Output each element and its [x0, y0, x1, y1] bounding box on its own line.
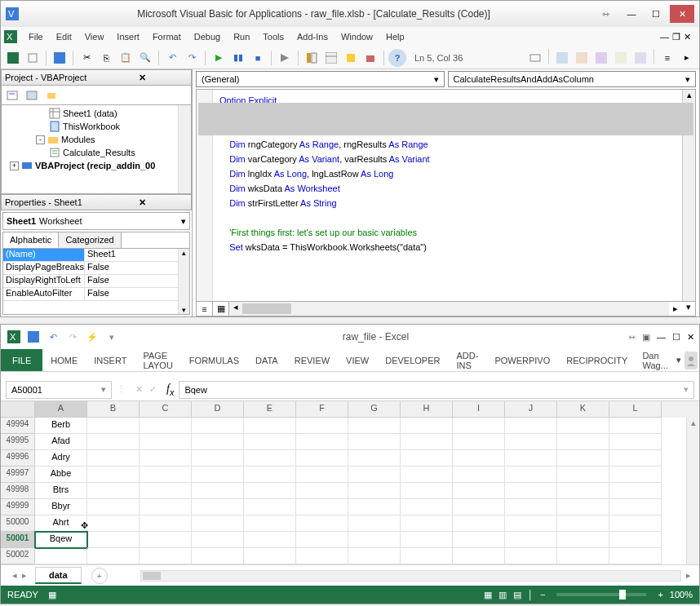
help-button[interactable]: ?	[388, 49, 406, 67]
menu-help[interactable]: Help	[379, 29, 411, 44]
child-restore-button[interactable]: ❐	[672, 32, 680, 42]
maximize-button[interactable]: ☐	[644, 5, 668, 23]
column-header[interactable]: I	[453, 401, 505, 418]
normal-view-button[interactable]: ▦	[484, 590, 492, 600]
right-toolbar-8[interactable]: ▸	[678, 49, 696, 67]
property-value[interactable]: False	[85, 275, 189, 288]
procedure-combo[interactable]: CalculateResultsAndAddAsColumn ▾	[448, 71, 697, 87]
cell[interactable]	[348, 515, 401, 532]
cell[interactable]	[87, 499, 140, 515]
right-toolbar-7[interactable]: ≡	[658, 49, 676, 67]
close-button[interactable]: ✕	[670, 5, 694, 23]
tree-item[interactable]: ThisWorkbook	[3, 120, 189, 133]
menu-tools[interactable]: Tools	[256, 29, 290, 44]
property-value[interactable]: False	[85, 288, 189, 301]
tree-item[interactable]: +VBAProject (recip_addin_00	[3, 159, 189, 172]
cell[interactable]	[401, 467, 453, 483]
insert-module-button[interactable]	[24, 49, 42, 67]
hscroll-right-arrow[interactable]: ▸	[669, 302, 682, 316]
cell[interactable]	[140, 450, 192, 467]
expand-formula-icon[interactable]: ▾	[684, 384, 689, 395]
menu-format[interactable]: Format	[146, 29, 188, 44]
spreadsheet-grid[interactable]: ✥ 49994Berb49995Afad49996Adry49997Abbe49…	[1, 418, 686, 564]
menu-edit[interactable]: Edit	[50, 29, 78, 44]
cell[interactable]	[140, 515, 192, 532]
user-account[interactable]: Dan Wag... ▾	[636, 349, 700, 371]
toolbox-button[interactable]	[361, 49, 379, 67]
cell[interactable]: Bbyr	[35, 499, 87, 515]
user-dropdown-icon[interactable]: ▾	[676, 355, 681, 365]
minimize-button[interactable]: —	[619, 5, 644, 23]
properties-object-combo[interactable]: Sheet1 Worksheet ▾	[2, 212, 190, 230]
cell[interactable]	[244, 515, 296, 532]
procedure-view-button[interactable]: ≡	[197, 302, 213, 316]
cell[interactable]	[87, 450, 140, 467]
cell[interactable]	[401, 418, 453, 434]
row-header[interactable]: 49999	[1, 499, 35, 515]
cell[interactable]	[140, 434, 192, 450]
child-minimize-button[interactable]: —	[660, 32, 669, 42]
dropdown-icon[interactable]: ▾	[434, 74, 439, 85]
ribbon-tab-powerpivot[interactable]: POWERPIVO	[486, 349, 558, 371]
ribbon-display-button[interactable]: ▣	[642, 332, 650, 343]
cell[interactable]	[244, 467, 296, 483]
cell[interactable]	[609, 483, 662, 499]
cell[interactable]	[35, 548, 87, 564]
cell[interactable]	[557, 418, 609, 434]
cell[interactable]	[348, 434, 401, 450]
cell[interactable]	[505, 467, 557, 483]
cell[interactable]	[348, 467, 401, 483]
property-row[interactable]: DisplayRightToLeftFalse	[3, 275, 189, 288]
properties-close-button[interactable]: ✕	[96, 197, 188, 208]
cell[interactable]: Adry	[35, 450, 87, 467]
row-header[interactable]: 49996	[1, 450, 35, 467]
cell[interactable]	[401, 450, 453, 467]
cell[interactable]	[192, 450, 244, 467]
cell[interactable]	[348, 499, 401, 515]
cell[interactable]	[505, 450, 557, 467]
cell[interactable]: Btrs	[35, 483, 87, 499]
qat-custom-button[interactable]: ⚡	[84, 329, 100, 345]
page-layout-view-button[interactable]: ▥	[498, 590, 507, 600]
toggle-folders-button[interactable]	[42, 86, 60, 104]
cell[interactable]: Bqew	[35, 532, 87, 548]
cell[interactable]	[296, 467, 348, 483]
code-editor[interactable]: Option ExplicitPublic Sub CalculateResul…	[196, 89, 696, 302]
paste-button[interactable]: 📋	[117, 49, 135, 67]
vba-restore-icon[interactable]: ⇿	[602, 9, 609, 20]
cell[interactable]	[87, 434, 140, 450]
cell[interactable]: Berb	[35, 418, 87, 434]
cell[interactable]	[140, 532, 192, 548]
cell[interactable]	[609, 499, 662, 515]
cell[interactable]	[609, 548, 662, 564]
cell[interactable]	[557, 515, 609, 532]
property-row[interactable]: (Name)Sheet1	[3, 249, 189, 262]
ribbon-tab-insert[interactable]: INSERT	[86, 349, 135, 371]
column-headers[interactable]: ABCDEFGHIJKL	[1, 401, 699, 418]
right-toolbar-6[interactable]	[631, 49, 649, 67]
cell[interactable]	[296, 450, 348, 467]
cell[interactable]	[609, 467, 662, 483]
find-button[interactable]: 🔍	[136, 49, 154, 67]
column-header[interactable]: J	[505, 401, 557, 418]
dropdown-icon[interactable]: ▾	[181, 216, 186, 227]
vscroll-down-arrow[interactable]: ▾	[682, 302, 695, 316]
cell[interactable]	[87, 532, 140, 548]
cell[interactable]: Ahrt	[35, 515, 87, 532]
macro-recorder-icon[interactable]: ▦	[48, 590, 56, 600]
property-value[interactable]: False	[85, 262, 189, 275]
cell[interactable]	[401, 532, 453, 548]
cell[interactable]	[192, 548, 244, 564]
cell[interactable]	[557, 483, 609, 499]
properties-grid[interactable]: (Name)Sheet1DisplayPageBreaksFalseDispla…	[2, 249, 190, 315]
cell[interactable]	[609, 532, 662, 548]
cut-button[interactable]: ✂	[78, 49, 95, 67]
excel-maximize-button[interactable]: ☐	[672, 332, 680, 343]
child-close-button[interactable]: ✕	[684, 32, 691, 42]
property-row[interactable]: EnableAutoFilterFalse	[3, 288, 189, 301]
tree-item[interactable]: -Modules	[3, 133, 189, 146]
excel-restore-icon[interactable]: ⇿	[628, 332, 636, 343]
cell[interactable]	[453, 467, 505, 483]
cell[interactable]	[296, 418, 348, 434]
column-header[interactable]: C	[140, 401, 192, 418]
